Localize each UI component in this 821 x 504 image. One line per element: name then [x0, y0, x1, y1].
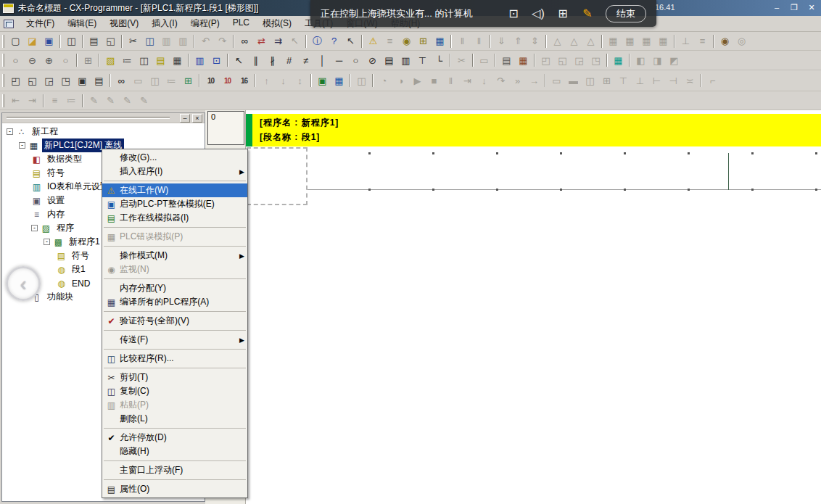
menu-properties[interactable]: ▤属性(O)	[102, 482, 247, 496]
symbol-bar-icon[interactable]: ≔	[119, 53, 136, 68]
toolbar-grip[interactable]	[2, 54, 4, 67]
display-signed-icon[interactable]: 10	[219, 73, 236, 88]
new-window-icon[interactable]: ◰	[7, 73, 24, 88]
display-decimal-icon[interactable]: 10	[202, 73, 219, 88]
compact-rungs-icon[interactable]: ▦	[169, 53, 186, 68]
menu-copy[interactable]: ◫复制(C)	[102, 384, 247, 398]
find-icon[interactable]: ∞	[236, 33, 253, 49]
arrange-windows-icon[interactable]: ◱	[24, 73, 41, 88]
ladder-editor[interactable]: 0 [程序名 : 新程序1] [段名称 : 段1]	[205, 110, 821, 504]
help-icon[interactable]: ?	[326, 33, 342, 49]
restore-button[interactable]: ❐	[788, 2, 801, 13]
show-comments-icon[interactable]: ▧	[102, 53, 119, 68]
menu-compare-program[interactable]: ◫比较程序(R)...	[102, 352, 247, 365]
print-preview-icon[interactable]: ◱	[102, 33, 119, 49]
open-icon[interactable]: ◪	[24, 33, 41, 49]
menu-memory-allocation[interactable]: 内存分配(Y)	[102, 281, 247, 295]
menu-hide[interactable]: 隐藏(H)	[102, 445, 247, 458]
expander-icon[interactable]: -	[7, 128, 13, 135]
instruction-icon[interactable]: ▤	[381, 53, 397, 68]
save-icon[interactable]: ▣	[41, 33, 57, 49]
cross-ref-popup-icon[interactable]: ⊞	[180, 73, 197, 88]
side-panel-toggle-button[interactable]: ‹	[6, 266, 41, 301]
coil-not-icon[interactable]: ⊘	[364, 53, 381, 68]
simulator-online-icon[interactable]: ▣	[314, 73, 331, 88]
workspace-properties-icon[interactable]: ▤	[91, 73, 107, 88]
menu-delete[interactable]: 删除(L)	[102, 412, 247, 426]
replace-icon[interactable]: ⇄	[253, 33, 270, 49]
grid-icon[interactable]: ⊞	[80, 53, 96, 68]
cascade-windows-icon[interactable]: ◲	[41, 73, 57, 88]
online-find-icon[interactable]: ◉	[398, 33, 415, 49]
tr-bit-icon[interactable]: ⊤	[414, 53, 431, 68]
calendar-icon[interactable]: ▦	[515, 53, 532, 68]
menu-float-on-main-window[interactable]: 主窗口上浮动(F)	[102, 463, 247, 477]
menubar-item-3[interactable]: 插入(I)	[145, 15, 183, 32]
toolbar-grip[interactable]	[2, 35, 4, 48]
print-icon[interactable]: ▤	[86, 33, 102, 49]
new-icon[interactable]: ▢	[7, 33, 24, 49]
zoom-in-icon[interactable]: ⊕	[41, 53, 57, 68]
horizontal-line-icon[interactable]: ─	[331, 53, 347, 68]
tree-item-project[interactable]: -∴新工程	[2, 125, 205, 139]
instruction-2-icon[interactable]: ▥	[397, 53, 414, 68]
menu-insert-program[interactable]: 插入程序(I)▶	[102, 165, 247, 178]
split-window-icon[interactable]: ▣	[74, 73, 91, 88]
selected-ladder-cell[interactable]	[247, 147, 308, 205]
panel-pin-button[interactable]: –	[180, 114, 190, 123]
expander-icon[interactable]: -	[19, 142, 25, 149]
online-device-icon[interactable]: ⊞	[415, 33, 432, 49]
menu-compile-all-plc-programs[interactable]: ▦编译所有的PLC程序(A)	[102, 295, 247, 309]
menubar-item-6[interactable]: 模拟(S)	[256, 15, 298, 32]
copy-icon[interactable]: ◫	[141, 33, 158, 49]
force-set-icon[interactable]: ◉	[717, 33, 733, 49]
menu-work-online[interactable]: ⚠在线工作(W)	[102, 183, 247, 197]
output-window-icon[interactable]: ◫	[136, 53, 152, 68]
cut-icon[interactable]: ✂	[125, 33, 141, 49]
menu-verify-symbols-all[interactable]: ✔验证符号(全部)(V)	[102, 314, 247, 328]
search-replace-icon[interactable]: ⇉	[270, 33, 286, 49]
stack-view-icon[interactable]: ▤	[498, 53, 515, 68]
contact-or-not-icon[interactable]: ≠	[297, 53, 314, 68]
about-icon[interactable]: ⓘ	[309, 33, 326, 49]
menu-work-online-simulator[interactable]: ▤工作在线模拟器(I)	[102, 211, 247, 225]
menu-transfer[interactable]: 传送(F)▶	[102, 333, 247, 347]
tile-windows-icon[interactable]: ◳	[57, 73, 74, 88]
menu-operation-mode[interactable]: 操作模式(M)▶	[102, 249, 247, 263]
panel-drag-handle[interactable]	[7, 117, 170, 119]
speaker-icon[interactable]: ◁)	[526, 7, 550, 20]
fb-instance-icon[interactable]: ▦	[610, 53, 627, 68]
window-plus-icon[interactable]: ⊞	[550, 7, 575, 20]
toolbar-grip[interactable]	[2, 74, 4, 87]
show-rungs-icon[interactable]: ▤	[152, 53, 169, 68]
expander-icon[interactable]: -	[44, 239, 50, 245]
zoom-out-icon[interactable]: ⊖	[24, 53, 41, 68]
contact-not-icon[interactable]: ∦	[264, 53, 281, 68]
context-help-icon[interactable]: ↖	[342, 33, 359, 49]
toolbar-grip[interactable]	[2, 94, 4, 107]
connect-line-icon[interactable]: └	[431, 53, 447, 68]
cross-reference-icon[interactable]: ⊡	[208, 53, 225, 68]
menubar-item-1[interactable]: 编辑(E)	[61, 15, 103, 32]
coil-icon[interactable]: ○	[347, 53, 364, 68]
find-in-project-icon[interactable]: ◫	[63, 33, 80, 49]
contact-or-icon[interactable]: #	[281, 53, 297, 68]
minimize-button[interactable]: –	[770, 2, 783, 13]
address-reference-icon[interactable]: ▥	[191, 53, 208, 68]
menubar-item-0[interactable]: 文件(F)	[20, 15, 61, 32]
close-button[interactable]: ✕	[805, 2, 818, 13]
menubar-item-4[interactable]: 编程(P)	[184, 15, 226, 32]
zoom-tool-icon[interactable]: ○	[7, 53, 24, 68]
panel-close-button[interactable]: ×	[192, 114, 202, 123]
menu-start-plc-pt-simulation[interactable]: ▣启动PLC-PT整体模拟(E)	[102, 197, 247, 211]
menu-allow-docking[interactable]: ✔允许停放(D)	[102, 431, 247, 445]
fullscreen-icon[interactable]: ⊡	[501, 7, 526, 20]
expander-icon[interactable]: -	[31, 225, 38, 231]
watch-window-icon[interactable]: ∞	[113, 73, 130, 88]
pen-icon[interactable]: ✎	[575, 7, 600, 20]
menubar-item-2[interactable]: 视图(V)	[103, 15, 145, 32]
vertical-line-icon[interactable]: │	[314, 53, 331, 68]
simulator-pt-icon[interactable]: ▦	[331, 73, 347, 88]
display-hex-icon[interactable]: 16	[236, 73, 252, 88]
end-session-button[interactable]: 结束	[606, 5, 646, 22]
